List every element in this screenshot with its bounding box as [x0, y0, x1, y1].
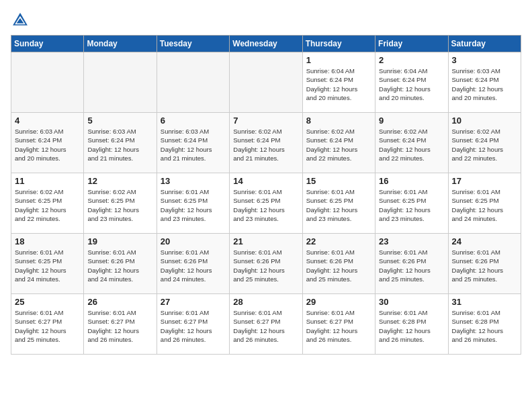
day-info: Sunrise: 6:01 AMSunset: 6:25 PMDaylight:…: [15, 248, 80, 283]
calendar-cell: 7Sunrise: 6:02 AMSunset: 6:24 PMDaylight…: [230, 113, 302, 173]
day-info: Sunrise: 6:01 AMSunset: 6:25 PMDaylight:…: [161, 187, 226, 223]
calendar-cell: 24Sunrise: 6:01 AMSunset: 6:26 PMDayligh…: [448, 234, 521, 294]
weekday-header-monday: Monday: [84, 36, 157, 52]
weekday-header-friday: Friday: [375, 36, 448, 52]
day-number: 30: [379, 297, 444, 307]
day-info: Sunrise: 6:03 AMSunset: 6:24 PMDaylight:…: [161, 127, 226, 163]
calendar-cell: 3Sunrise: 6:03 AMSunset: 6:24 PMDaylight…: [448, 52, 521, 113]
calendar-cell: 16Sunrise: 6:01 AMSunset: 6:25 PMDayligh…: [375, 173, 448, 234]
calendar-cell: 15Sunrise: 6:01 AMSunset: 6:25 PMDayligh…: [302, 173, 375, 234]
calendar-cell: [230, 52, 302, 113]
calendar-cell: 27Sunrise: 6:01 AMSunset: 6:27 PMDayligh…: [157, 294, 229, 355]
calendar-cell: 6Sunrise: 6:03 AMSunset: 6:24 PMDaylight…: [157, 113, 229, 173]
calendar-cell: 30Sunrise: 6:01 AMSunset: 6:28 PMDayligh…: [375, 294, 448, 355]
calendar-cell: 1Sunrise: 6:04 AMSunset: 6:24 PMDaylight…: [302, 52, 375, 113]
day-number: 16: [379, 176, 444, 186]
calendar-cell: [84, 52, 157, 113]
day-number: 24: [452, 236, 517, 246]
calendar-cell: 10Sunrise: 6:02 AMSunset: 6:24 PMDayligh…: [448, 113, 521, 173]
calendar-cell: 14Sunrise: 6:01 AMSunset: 6:25 PMDayligh…: [230, 173, 302, 234]
day-info: Sunrise: 6:01 AMSunset: 6:26 PMDaylight:…: [161, 248, 226, 283]
day-number: 5: [87, 116, 152, 126]
calendar-week-row: 11Sunrise: 6:02 AMSunset: 6:25 PMDayligh…: [11, 173, 521, 234]
day-info: Sunrise: 6:04 AMSunset: 6:24 PMDaylight:…: [379, 66, 444, 102]
day-number: 13: [161, 176, 226, 186]
calendar-cell: 23Sunrise: 6:01 AMSunset: 6:26 PMDayligh…: [375, 234, 448, 294]
day-info: Sunrise: 6:03 AMSunset: 6:24 PMDaylight:…: [87, 127, 152, 163]
calendar-cell: 8Sunrise: 6:02 AMSunset: 6:24 PMDaylight…: [302, 113, 375, 173]
calendar-cell: 20Sunrise: 6:01 AMSunset: 6:26 PMDayligh…: [157, 234, 229, 294]
calendar-cell: 17Sunrise: 6:01 AMSunset: 6:25 PMDayligh…: [448, 173, 521, 234]
calendar-week-row: 4Sunrise: 6:03 AMSunset: 6:24 PMDaylight…: [11, 113, 521, 173]
calendar-cell: 25Sunrise: 6:01 AMSunset: 6:27 PMDayligh…: [11, 294, 84, 355]
day-info: Sunrise: 6:01 AMSunset: 6:27 PMDaylight:…: [15, 308, 80, 344]
calendar-cell: 22Sunrise: 6:01 AMSunset: 6:26 PMDayligh…: [302, 234, 375, 294]
weekday-header-wednesday: Wednesday: [230, 36, 302, 52]
day-info: Sunrise: 6:01 AMSunset: 6:26 PMDaylight:…: [306, 248, 371, 283]
day-number: 29: [306, 297, 371, 307]
day-info: Sunrise: 6:03 AMSunset: 6:24 PMDaylight:…: [15, 127, 80, 163]
day-number: 23: [379, 236, 444, 246]
calendar-cell: 18Sunrise: 6:01 AMSunset: 6:25 PMDayligh…: [11, 234, 84, 294]
calendar-cell: 5Sunrise: 6:03 AMSunset: 6:24 PMDaylight…: [84, 113, 157, 173]
day-number: 1: [306, 55, 371, 65]
day-number: 14: [233, 176, 298, 186]
day-info: Sunrise: 6:01 AMSunset: 6:27 PMDaylight:…: [87, 308, 152, 344]
day-number: 15: [306, 176, 371, 186]
day-info: Sunrise: 6:01 AMSunset: 6:25 PMDaylight:…: [306, 187, 371, 223]
day-info: Sunrise: 6:02 AMSunset: 6:24 PMDaylight:…: [233, 127, 298, 163]
day-info: Sunrise: 6:01 AMSunset: 6:25 PMDaylight:…: [233, 187, 298, 223]
calendar-week-row: 1Sunrise: 6:04 AMSunset: 6:24 PMDaylight…: [11, 52, 521, 113]
day-number: 20: [161, 236, 226, 246]
weekday-header-saturday: Saturday: [448, 36, 521, 52]
day-number: 21: [233, 236, 298, 246]
day-info: Sunrise: 6:01 AMSunset: 6:26 PMDaylight:…: [87, 248, 152, 283]
weekday-header-thursday: Thursday: [302, 36, 375, 52]
day-info: Sunrise: 6:01 AMSunset: 6:27 PMDaylight:…: [161, 308, 226, 344]
day-info: Sunrise: 6:02 AMSunset: 6:24 PMDaylight:…: [452, 127, 517, 163]
page-header: [11, 11, 521, 30]
day-number: 4: [15, 116, 80, 126]
day-info: Sunrise: 6:01 AMSunset: 6:28 PMDaylight:…: [379, 308, 444, 344]
day-info: Sunrise: 6:02 AMSunset: 6:24 PMDaylight:…: [379, 127, 444, 163]
calendar-cell: 2Sunrise: 6:04 AMSunset: 6:24 PMDaylight…: [375, 52, 448, 113]
weekday-header-tuesday: Tuesday: [157, 36, 229, 52]
day-number: 28: [233, 297, 298, 307]
calendar-cell: [157, 52, 229, 113]
day-number: 10: [452, 116, 517, 126]
day-number: 26: [87, 297, 152, 307]
day-number: 31: [452, 297, 517, 307]
day-number: 19: [87, 236, 152, 246]
weekday-header-row: SundayMondayTuesdayWednesdayThursdayFrid…: [11, 36, 521, 52]
calendar-table: SundayMondayTuesdayWednesdayThursdayFrid…: [11, 35, 521, 355]
logo: [11, 11, 32, 30]
calendar-cell: 11Sunrise: 6:02 AMSunset: 6:25 PMDayligh…: [11, 173, 84, 234]
day-number: 25: [15, 297, 80, 307]
logo-icon: [11, 11, 30, 30]
calendar-cell: 13Sunrise: 6:01 AMSunset: 6:25 PMDayligh…: [157, 173, 229, 234]
calendar-cell: 31Sunrise: 6:01 AMSunset: 6:28 PMDayligh…: [448, 294, 521, 355]
calendar-cell: 12Sunrise: 6:02 AMSunset: 6:25 PMDayligh…: [84, 173, 157, 234]
day-info: Sunrise: 6:01 AMSunset: 6:27 PMDaylight:…: [233, 308, 298, 344]
day-number: 8: [306, 116, 371, 126]
weekday-header-sunday: Sunday: [11, 36, 84, 52]
calendar-cell: 9Sunrise: 6:02 AMSunset: 6:24 PMDaylight…: [375, 113, 448, 173]
day-info: Sunrise: 6:01 AMSunset: 6:26 PMDaylight:…: [379, 248, 444, 283]
calendar-cell: 21Sunrise: 6:01 AMSunset: 6:26 PMDayligh…: [230, 234, 302, 294]
calendar-cell: 29Sunrise: 6:01 AMSunset: 6:27 PMDayligh…: [302, 294, 375, 355]
calendar-cell: 19Sunrise: 6:01 AMSunset: 6:26 PMDayligh…: [84, 234, 157, 294]
day-info: Sunrise: 6:03 AMSunset: 6:24 PMDaylight:…: [452, 66, 517, 102]
day-info: Sunrise: 6:04 AMSunset: 6:24 PMDaylight:…: [306, 66, 371, 102]
calendar-cell: 26Sunrise: 6:01 AMSunset: 6:27 PMDayligh…: [84, 294, 157, 355]
day-number: 7: [233, 116, 298, 126]
day-info: Sunrise: 6:02 AMSunset: 6:24 PMDaylight:…: [306, 127, 371, 163]
day-number: 6: [161, 116, 226, 126]
day-number: 27: [161, 297, 226, 307]
day-info: Sunrise: 6:01 AMSunset: 6:25 PMDaylight:…: [452, 187, 517, 223]
day-info: Sunrise: 6:01 AMSunset: 6:26 PMDaylight:…: [233, 248, 298, 283]
day-info: Sunrise: 6:02 AMSunset: 6:25 PMDaylight:…: [15, 187, 80, 223]
calendar-week-row: 25Sunrise: 6:01 AMSunset: 6:27 PMDayligh…: [11, 294, 521, 355]
calendar-cell: 4Sunrise: 6:03 AMSunset: 6:24 PMDaylight…: [11, 113, 84, 173]
day-number: 2: [379, 55, 444, 65]
day-number: 3: [452, 55, 517, 65]
